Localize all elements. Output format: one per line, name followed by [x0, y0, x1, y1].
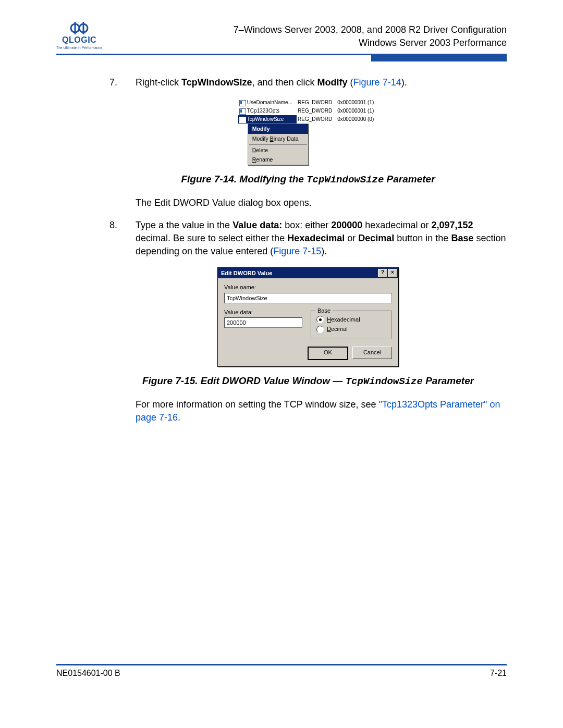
step-7-body: Right-click TcpWindowSize, and then clic…	[136, 76, 507, 89]
radio-decimal[interactable]: Decimal	[316, 325, 386, 333]
radio-icon	[316, 316, 324, 323]
logo: QLOGIC The Ultimate in Performance	[56, 21, 102, 50]
step-8-number: 8.	[109, 219, 136, 258]
footer-page-number: 7-21	[490, 669, 507, 678]
radio-hexadecimal[interactable]: Hexadecimal	[316, 316, 386, 324]
value-data-input[interactable]	[224, 317, 302, 328]
registry-row: TCp1323Opts REG_DWORD 0x00000001 (1)	[238, 107, 378, 115]
figure-7-15: Edit DWORD Value ? × Value name: Value d…	[109, 267, 507, 367]
page-footer: NE0154601-00 B 7-21	[56, 664, 507, 678]
logo-tagline: The Ultimate in Performance	[56, 46, 102, 50]
base-group: Base Hexadecimal Decimal	[311, 311, 392, 340]
qlogic-logo-icon	[68, 21, 91, 35]
dialog-title: Edit DWORD Value	[221, 269, 272, 277]
registry-row: UseDomainName... REG_DWORD 0x00000001 (1…	[238, 98, 378, 107]
value-name-label: Value name:	[224, 283, 392, 291]
menu-delete[interactable]: Delete	[248, 145, 308, 155]
page-header: QLOGIC The Ultimate in Performance 7–Win…	[56, 21, 507, 50]
value-data-label: Value data:	[224, 309, 302, 316]
context-menu: Modify Modify Binary Data Delete Rename	[248, 124, 309, 165]
step-8: 8. Type a the value in the Value data: b…	[109, 219, 507, 258]
header-rule	[56, 54, 507, 61]
figure-7-14: UseDomainName... REG_DWORD 0x00000001 (1…	[109, 98, 507, 165]
figure-7-15-caption: Figure 7-15. Edit DWORD Value Window — T…	[109, 374, 507, 389]
figure-7-14-caption: Figure 7-14. Modifying the TcpWindowSize…	[109, 172, 507, 187]
registry-row-selected[interactable]: TcpWindowSize REG_DWORD 0x00000000 (0)	[238, 115, 378, 124]
reg-icon	[239, 100, 246, 106]
help-button[interactable]: ?	[378, 269, 387, 277]
figure-7-15-link[interactable]: Figure 7-15	[273, 246, 321, 256]
registry-rows: UseDomainName... REG_DWORD 0x00000001 (1…	[238, 98, 378, 124]
edit-dword-dialog: Edit DWORD Value ? × Value name: Value d…	[217, 267, 399, 367]
menu-modify-binary[interactable]: Modify Binary Data	[248, 134, 308, 144]
base-legend: Base	[315, 307, 333, 315]
radio-icon	[316, 326, 324, 333]
value-name-input[interactable]	[224, 293, 392, 303]
step-7-result: The Edit DWORD Value dialog box opens.	[136, 196, 507, 209]
header-line1: 7–Windows Server 2003, 2008, and 2008 R2…	[234, 23, 507, 36]
step-8-body: Type a the value in the Value data: box:…	[136, 219, 507, 258]
menu-modify[interactable]: Modify	[248, 124, 308, 134]
footer-doc-id: NE0154601-00 B	[56, 669, 120, 678]
header-titles: 7–Windows Server 2003, 2008, and 2008 R2…	[234, 23, 507, 50]
cancel-button[interactable]: Cancel	[352, 347, 392, 359]
reg-icon	[239, 108, 246, 115]
logo-text: QLOGIC	[62, 35, 96, 45]
step-7-number: 7.	[109, 76, 136, 89]
step-7: 7. Right-click TcpWindowSize, and then c…	[109, 76, 507, 89]
reg-icon	[239, 117, 246, 123]
close-button[interactable]: ×	[388, 269, 397, 277]
ok-button[interactable]: OK	[308, 347, 348, 360]
dialog-titlebar: Edit DWORD Value ? ×	[218, 268, 398, 278]
more-info: For more information on setting the TCP …	[136, 398, 507, 424]
figure-7-14-link[interactable]: Figure 7-14	[353, 77, 401, 88]
menu-rename[interactable]: Rename	[248, 155, 308, 165]
header-line2: Windows Server 2003 Performance	[234, 36, 507, 50]
